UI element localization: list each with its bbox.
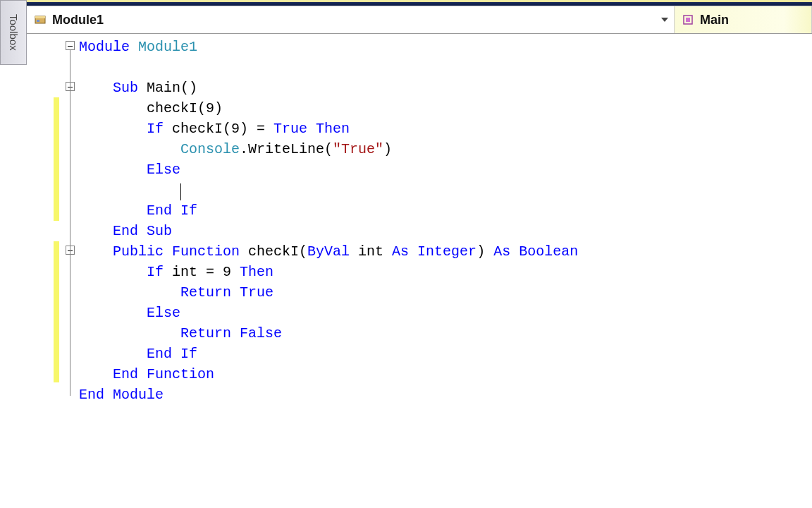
svg-rect-2 — [37, 20, 39, 22]
gutter — [27, 34, 62, 508]
method-dropdown-text: Main — [700, 13, 729, 28]
change-indicator — [54, 241, 59, 382]
class-dropdown[interactable]: Module1 — [27, 6, 675, 33]
code-line[interactable]: Else — [62, 159, 812, 180]
code-line[interactable]: End Function — [62, 364, 812, 385]
method-icon — [682, 13, 694, 26]
code-line[interactable]: End Module — [62, 385, 812, 405]
code-line[interactable]: checkI(9) — [62, 98, 812, 119]
code-line[interactable]: Module Module1 — [62, 37, 812, 57]
class-dropdown-text: Module1 — [52, 13, 104, 28]
code-line[interactable]: End If — [62, 344, 812, 364]
code-line[interactable]: Public Function checkI(ByVal int As Inte… — [62, 241, 812, 262]
code-editor: Module1 Main Module Module1 Sub Main( — [27, 6, 812, 508]
code-line[interactable]: Return True — [62, 282, 812, 303]
svg-rect-1 — [35, 16, 45, 18]
method-dropdown[interactable]: Main — [675, 6, 812, 33]
module-icon — [34, 13, 47, 26]
code-line[interactable]: End Sub — [62, 221, 812, 241]
change-indicator — [54, 97, 59, 221]
toolbox-label: Toolbox — [8, 14, 20, 51]
navigation-bar: Module1 Main — [27, 6, 812, 34]
code-line[interactable]: Console.WriteLine("True") — [62, 139, 812, 159]
toolbox-tab[interactable]: Toolbox — [0, 0, 27, 65]
code-line[interactable]: End If — [62, 200, 812, 221]
code-line[interactable]: Sub Main() — [62, 78, 812, 98]
code-line[interactable]: Else — [62, 303, 812, 323]
svg-rect-4 — [686, 18, 690, 22]
code-lines[interactable]: Module Module1 Sub Main() checkI(9) If c… — [62, 34, 812, 508]
code-line[interactable]: If int = 9 Then — [62, 262, 812, 282]
chevron-down-icon — [661, 18, 668, 22]
code-line[interactable]: If checkI(9) = True Then — [62, 119, 812, 139]
code-line[interactable] — [62, 57, 812, 78]
code-surface[interactable]: Module Module1 Sub Main() checkI(9) If c… — [27, 34, 812, 508]
text-cursor — [180, 183, 181, 200]
window-title-strip — [0, 0, 812, 6]
code-line[interactable]: Return False — [62, 323, 812, 344]
code-line[interactable] — [62, 180, 812, 200]
